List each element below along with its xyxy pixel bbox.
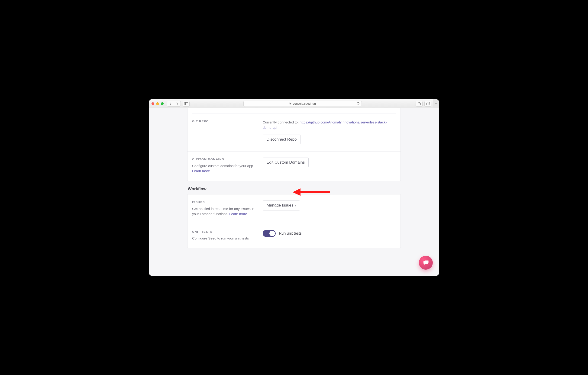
edit-custom-domains-label: Edit Custom Domains	[267, 160, 305, 165]
manage-issues-label: Manage Issues	[267, 203, 293, 208]
git-repo-connected-prefix: Currently connected to:	[263, 120, 300, 124]
unit-tests-desc: Configure Seed to run your unit tests	[192, 236, 257, 241]
custom-domains-desc: Configure custom domains for your app. L…	[192, 163, 257, 174]
custom-domains-title: CUSTOM DOMAINS	[192, 157, 257, 161]
disconnect-repo-label: Disconnect Repo	[267, 137, 296, 142]
browser-toolbar: console.seed.run	[149, 99, 439, 108]
issues-title: ISSUES	[192, 200, 257, 204]
sidebar-icon	[184, 102, 188, 105]
lock-icon	[289, 102, 292, 105]
window-controls	[152, 102, 164, 105]
toggle-knob	[269, 231, 275, 236]
workflow-heading: Workflow	[188, 187, 400, 191]
unit-tests-toggle[interactable]	[263, 230, 276, 237]
workflow-card: ISSUES Get notified in real-time for any…	[187, 194, 401, 248]
window-minimize-icon[interactable]	[156, 102, 159, 105]
nav-back-forward	[167, 101, 181, 106]
new-tab-button[interactable]	[433, 99, 439, 108]
custom-domains-learn-more-link[interactable]: Learn more.	[192, 169, 211, 173]
issues-learn-more-link[interactable]: Learn more.	[229, 212, 248, 216]
plus-icon	[435, 102, 437, 105]
reload-button[interactable]	[357, 102, 360, 105]
issues-section: ISSUES Get notified in real-time for any…	[188, 195, 400, 224]
git-repo-title: GIT REPO	[192, 120, 257, 123]
edit-custom-domains-button[interactable]: Edit Custom Domains	[263, 157, 309, 167]
share-button[interactable]	[416, 101, 422, 106]
address-bar-text: console.seed.run	[293, 102, 316, 105]
unit-tests-toggle-label: Run unit tests	[279, 231, 302, 236]
settings-card: GIT REPO Currently connected to: https:/…	[187, 108, 401, 181]
svg-rect-2	[290, 103, 291, 104]
unit-tests-section: UNIT TESTS Configure Seed to run your un…	[188, 224, 400, 248]
window-zoom-icon[interactable]	[161, 102, 164, 105]
address-bar[interactable]: console.seed.run	[243, 101, 362, 107]
issues-desc: Get notified in real-time for any issues…	[192, 206, 257, 217]
safari-window: console.seed.run	[149, 99, 439, 276]
chevron-left-icon	[169, 102, 172, 105]
window-close-icon[interactable]	[152, 102, 154, 105]
git-repo-section: GIT REPO Currently connected to: https:/…	[188, 114, 400, 151]
reload-icon	[357, 102, 360, 105]
share-icon	[418, 102, 421, 105]
svg-rect-3	[426, 103, 429, 105]
tabs-button[interactable]	[424, 101, 431, 106]
tabs-icon	[426, 102, 430, 105]
chat-fab[interactable]	[419, 256, 433, 270]
chat-icon	[422, 260, 429, 266]
disconnect-repo-button[interactable]: Disconnect Repo	[263, 135, 301, 144]
forward-button[interactable]	[174, 101, 181, 106]
page-content: GIT REPO Currently connected to: https:/…	[149, 108, 439, 276]
back-button[interactable]	[167, 101, 174, 106]
git-repo-connected-text: Currently connected to: https://github.c…	[263, 120, 396, 130]
svg-rect-0	[184, 102, 188, 105]
custom-domains-section: CUSTOM DOMAINS Configure custom domains …	[188, 151, 400, 181]
unit-tests-title: UNIT TESTS	[192, 230, 257, 233]
chevron-right-icon	[176, 102, 178, 105]
manage-issues-button[interactable]: Manage Issues	[263, 200, 300, 210]
sidebar-toggle-button[interactable]	[183, 101, 189, 106]
